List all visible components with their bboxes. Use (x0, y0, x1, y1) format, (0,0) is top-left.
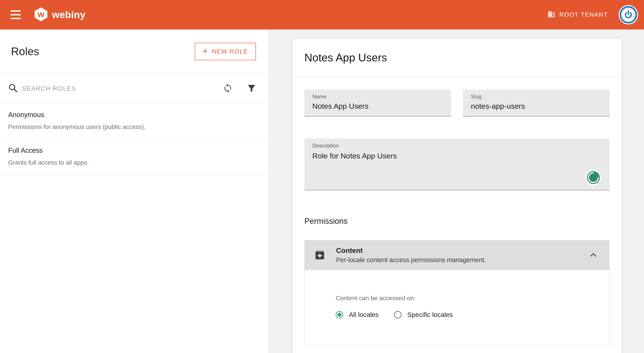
new-role-button[interactable]: + NEW ROLE (195, 43, 256, 60)
description-field-label: Description (312, 143, 602, 149)
role-detail-card: Notes App Users Name Slug Description Ro… (292, 38, 622, 353)
page-title: Roles (11, 45, 39, 58)
user-avatar[interactable] (618, 5, 638, 25)
accordion-subtitle: Per-locale content access permissions ma… (336, 256, 486, 264)
name-input[interactable] (312, 102, 443, 110)
access-label: Content can be accessed on: (336, 295, 609, 302)
svg-text:w: w (38, 10, 44, 19)
description-input[interactable]: Role for Notes App Users (312, 151, 602, 184)
radio-selected-icon[interactable] (336, 311, 343, 319)
app-header: w webiny ROOT TENANT (0, 0, 644, 29)
role-list-item-full-access[interactable]: Full Access Grants full access to all ap… (0, 139, 268, 175)
webiny-logo-icon: w (34, 7, 48, 22)
filter-icon (246, 83, 256, 94)
plus-icon: + (203, 47, 208, 55)
search-bar (0, 74, 268, 103)
new-role-button-label: NEW ROLE (212, 48, 248, 55)
role-detail-panel: Notes App Users Name Slug Description Ro… (268, 29, 644, 353)
accordion-title: Content (336, 247, 486, 255)
permissions-heading: Permissions (304, 216, 610, 226)
role-description: Permissions for anonymous users (public … (8, 123, 268, 131)
brand-text: webiny (52, 9, 86, 20)
slug-field[interactable]: Slug (463, 90, 610, 117)
role-list: Anonymous Permissions for anonymous user… (0, 103, 268, 175)
name-field-label: Name (312, 93, 443, 100)
content-accordion-header[interactable]: Content Per-locale content access permis… (304, 240, 610, 270)
radio-specific-locales[interactable]: Specific locales (394, 311, 453, 319)
refresh-button[interactable] (223, 83, 233, 94)
search-icon (8, 83, 18, 94)
archive-icon (314, 249, 326, 261)
role-title: Full Access (8, 146, 268, 155)
role-description: Grants full access to all apps. (8, 158, 268, 167)
search-input[interactable] (22, 85, 223, 92)
role-detail-title: Notes App Users (304, 51, 387, 64)
radio-all-locales-label: All locales (349, 311, 378, 319)
filter-button[interactable] (246, 83, 256, 94)
role-list-item-anonymous[interactable]: Anonymous Permissions for anonymous user… (0, 103, 268, 139)
content-accordion-body: Content can be accessed on: All locales … (304, 270, 610, 346)
autosave-spinner-icon (587, 171, 600, 184)
radio-all-locales[interactable]: All locales (336, 311, 378, 319)
tenant-selector[interactable]: ROOT TENANT (548, 10, 608, 19)
chevron-up-icon (588, 250, 598, 260)
slug-input[interactable] (471, 102, 602, 110)
refresh-icon (223, 83, 233, 94)
roles-list-panel: Roles + NEW ROLE (0, 29, 268, 353)
webiny-logo[interactable]: w webiny (34, 7, 86, 22)
menu-icon[interactable] (10, 10, 21, 19)
description-field[interactable]: Description Role for Notes App Users (304, 139, 610, 190)
slug-field-label: Slug (471, 93, 602, 100)
collapse-section-button[interactable] (588, 250, 598, 260)
content-permissions-accordion: Content Per-locale content access permis… (304, 240, 610, 346)
role-title: Anonymous (8, 111, 268, 119)
name-field[interactable]: Name (304, 90, 451, 117)
radio-specific-locales-label: Specific locales (407, 311, 453, 319)
tenant-label: ROOT TENANT (560, 11, 608, 18)
building-icon (548, 10, 556, 19)
radio-unselected-icon[interactable] (394, 311, 402, 319)
